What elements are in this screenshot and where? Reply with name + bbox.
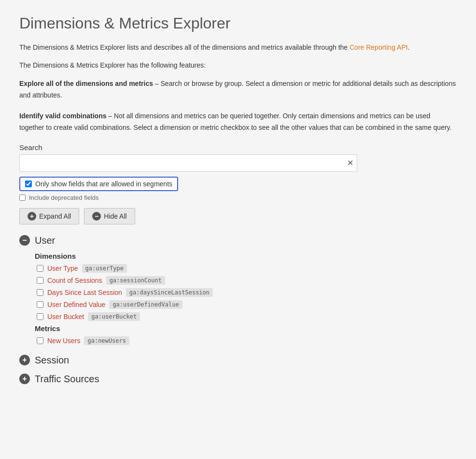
page-title: Dimensions & Metrics Explorer xyxy=(19,14,457,32)
deprecated-checkbox[interactable] xyxy=(19,195,26,201)
deprecated-checkbox-label: Include deprecated fields xyxy=(29,194,99,201)
section-user: −UserDimensionsUser Typega:userTypeCount… xyxy=(19,235,457,345)
hide-all-button[interactable]: − Hide All xyxy=(84,208,135,224)
field-name[interactable]: New Users xyxy=(47,337,80,345)
section-title-user: User xyxy=(35,235,55,246)
search-section: Search ✕ xyxy=(19,143,457,172)
field-checkbox-ga:userType[interactable] xyxy=(37,265,43,272)
expand-all-button[interactable]: + Expand All xyxy=(19,208,79,224)
field-tag: ga:newUsers xyxy=(84,336,129,345)
collapse-icon: − xyxy=(19,235,30,246)
sub-section-title-user-1: Metrics xyxy=(35,324,457,333)
segments-checkbox-row: Only show fields that are allowed in seg… xyxy=(19,177,457,191)
feature-2-paragraph: Identify valid combinations – Not all di… xyxy=(19,111,457,134)
field-name[interactable]: User Defined Value xyxy=(47,301,105,308)
field-name[interactable]: User Bucket xyxy=(47,313,84,320)
section-session: +Session xyxy=(19,355,457,366)
segments-checkbox[interactable] xyxy=(25,181,32,187)
section-header-session[interactable]: +Session xyxy=(19,355,457,366)
field-row: Days Since Last Sessionga:daysSinceLastS… xyxy=(35,288,457,297)
segments-checkbox-label[interactable]: Only show fields that are allowed in seg… xyxy=(19,177,178,191)
field-checkbox-ga:userBucket[interactable] xyxy=(37,313,43,320)
field-row: User Typega:userType xyxy=(35,264,457,273)
section-header-user[interactable]: −User xyxy=(19,235,457,246)
field-tag: ga:daysSinceLastSession xyxy=(126,288,213,297)
core-reporting-api-link[interactable]: Core Reporting API xyxy=(350,43,408,51)
field-row: Count of Sessionsga:sessionCount xyxy=(35,276,457,285)
deprecated-checkbox-row: Include deprecated fields xyxy=(19,194,457,201)
search-input-wrapper: ✕ xyxy=(19,154,357,172)
section-title-session: Session xyxy=(35,355,69,366)
field-tag: ga:userBucket xyxy=(88,312,140,321)
section-title-traffic: Traffic Sources xyxy=(35,374,99,385)
expand-hide-row: + Expand All − Hide All xyxy=(19,208,457,224)
search-input[interactable] xyxy=(19,154,357,172)
clear-search-button[interactable]: ✕ xyxy=(347,159,353,167)
field-checkbox-ga:userDefinedValue[interactable] xyxy=(37,301,43,308)
field-checkbox-ga:sessionCount[interactable] xyxy=(37,277,43,284)
field-name[interactable]: Days Since Last Session xyxy=(47,289,122,296)
field-tag: ga:userType xyxy=(82,264,127,273)
expand-icon: + xyxy=(19,374,30,384)
field-tag: ga:sessionCount xyxy=(106,276,165,285)
field-checkbox-ga:daysSinceLastSession[interactable] xyxy=(37,289,43,296)
field-name[interactable]: User Type xyxy=(47,264,78,272)
expand-all-label: Expand All xyxy=(39,212,71,220)
field-row: New Usersga:newUsers xyxy=(35,336,457,345)
intro-paragraph-1: The Dimensions & Metrics Explorer lists … xyxy=(19,42,457,53)
section-traffic: +Traffic Sources xyxy=(19,374,457,385)
hide-all-label: Hide All xyxy=(104,212,126,220)
sub-section-title-user-0: Dimensions xyxy=(35,252,457,260)
expand-icon: + xyxy=(19,355,30,365)
field-tag: ga:userDefinedValue xyxy=(109,300,182,309)
field-checkbox-ga:newUsers[interactable] xyxy=(37,337,43,344)
field-row: User Bucketga:userBucket xyxy=(35,312,457,321)
hide-all-icon: − xyxy=(92,212,101,221)
intro-paragraph-2: The Dimensions & Metrics Explorer has th… xyxy=(19,60,457,70)
field-row: User Defined Valuega:userDefinedValue xyxy=(35,300,457,309)
search-label: Search xyxy=(19,143,457,152)
sections-container: −UserDimensionsUser Typega:userTypeCount… xyxy=(19,235,457,385)
section-header-traffic[interactable]: +Traffic Sources xyxy=(19,374,457,385)
feature-1-paragraph: Explore all of the dimensions and metric… xyxy=(19,78,457,101)
expand-all-icon: + xyxy=(28,212,36,221)
segments-checkbox-text: Only show fields that are allowed in seg… xyxy=(35,180,172,188)
section-content-user: DimensionsUser Typega:userTypeCount of S… xyxy=(35,252,457,345)
field-name[interactable]: Count of Sessions xyxy=(47,277,102,284)
